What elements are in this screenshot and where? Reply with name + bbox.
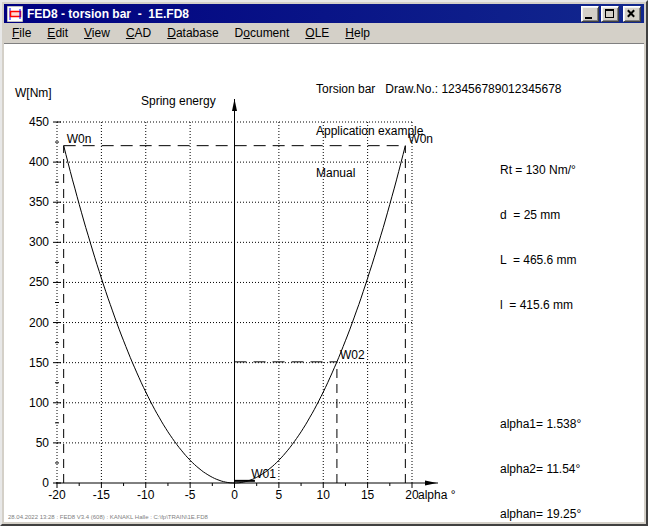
- param-line: d = 25 mm: [500, 208, 593, 223]
- maximize-icon: [605, 9, 614, 18]
- annotation-w02: W02: [340, 348, 365, 362]
- angles-group: alpha1= 1.538° alpha2= 11.54° alphan= 19…: [500, 387, 593, 522]
- param-line: alpha2= 11.54°: [500, 462, 593, 477]
- chart-title: Spring energy: [141, 94, 216, 108]
- param-line: l = 415.6 mm: [500, 298, 593, 313]
- param-line: L = 465.6 mm: [500, 253, 593, 268]
- menu-item-ole[interactable]: OLE: [297, 24, 337, 42]
- annotation-w01: W01: [251, 467, 276, 481]
- param-line: Rt = 130 Nm/°: [500, 163, 593, 178]
- client-area: 050100150200250300350400450-20-15-10-505…: [4, 45, 644, 522]
- svg-text:10: 10: [317, 488, 331, 502]
- svg-text:-20: -20: [48, 488, 66, 502]
- svg-text:450: 450: [29, 115, 49, 129]
- drawing-title-line: Torsion bar Draw.No.: 123456789012345678: [316, 82, 562, 96]
- minimize-icon: [585, 17, 592, 19]
- parameter-panel: Rt = 130 Nm/° d = 25 mm L = 465.6 mm l =…: [500, 103, 593, 522]
- svg-text:150: 150: [29, 356, 49, 370]
- status-line: 28.04.2022 13:28 : FED8 V3.4 (608) : KAN…: [8, 514, 208, 520]
- svg-text:-5: -5: [185, 488, 196, 502]
- maximize-button[interactable]: [601, 6, 619, 22]
- x-axis-label: alpha °: [418, 488, 456, 502]
- menu-item-database[interactable]: Database: [159, 24, 226, 42]
- svg-text:15: 15: [361, 488, 375, 502]
- svg-text:100: 100: [29, 396, 49, 410]
- close-button[interactable]: [623, 6, 641, 22]
- y-axis-label: W[Nm]: [15, 86, 52, 100]
- menu-item-edit[interactable]: Edit: [39, 24, 76, 42]
- annotation-w0n: W0n: [67, 132, 92, 146]
- menu-item-view[interactable]: View: [76, 24, 118, 42]
- torsion-bar-app-icon[interactable]: [7, 6, 23, 22]
- menu-item-document[interactable]: Document: [227, 24, 298, 42]
- app-window: FED8 - torsion bar - 1E.FD8 FileEditView…: [0, 0, 648, 526]
- svg-text:250: 250: [29, 275, 49, 289]
- title-bar: FED8 - torsion bar - 1E.FD8: [4, 4, 644, 23]
- svg-text:0: 0: [231, 488, 238, 502]
- svg-text:20: 20: [405, 488, 419, 502]
- menu-item-file[interactable]: File: [4, 24, 39, 42]
- menu-item-cad[interactable]: CAD: [118, 24, 159, 42]
- param-line: alphan= 19.25°: [500, 507, 593, 522]
- svg-text:-15: -15: [93, 488, 111, 502]
- window-title: FED8 - torsion bar - 1E.FD8: [27, 7, 579, 21]
- svg-text:200: 200: [29, 316, 49, 330]
- menu-item-help[interactable]: Help: [337, 24, 378, 42]
- param-line: alpha1= 1.538°: [500, 417, 593, 432]
- svg-text:50: 50: [36, 436, 50, 450]
- svg-text:300: 300: [29, 235, 49, 249]
- svg-text:400: 400: [29, 155, 49, 169]
- menu-bar: FileEditViewCADDatabaseDocumentOLEHelp: [4, 23, 644, 44]
- geometry-group: Rt = 130 Nm/° d = 25 mm L = 465.6 mm l =…: [500, 133, 593, 343]
- svg-text:-10: -10: [137, 488, 155, 502]
- minimize-button[interactable]: [581, 6, 599, 22]
- svg-text:350: 350: [29, 195, 49, 209]
- svg-text:5: 5: [276, 488, 283, 502]
